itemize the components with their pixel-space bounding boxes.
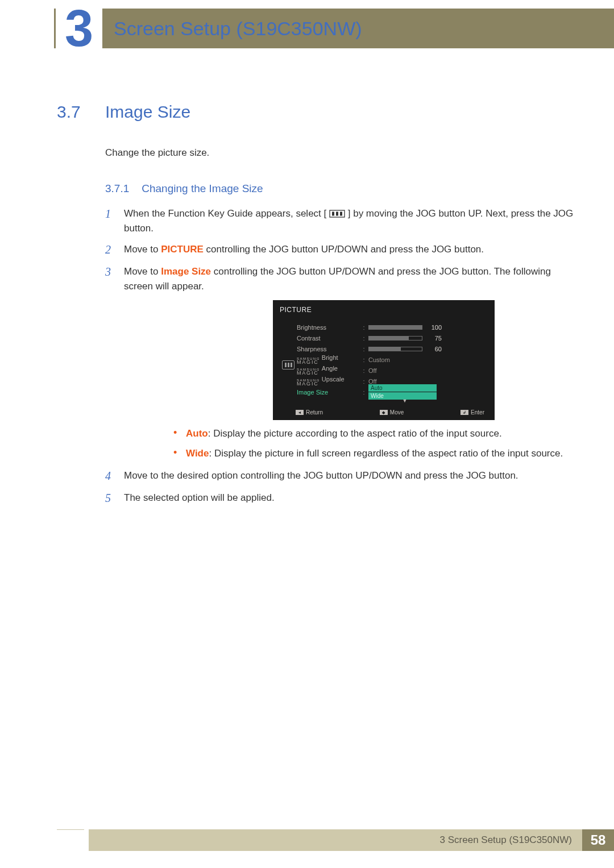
bullet-label-auto: Auto xyxy=(186,428,208,439)
menu-icon xyxy=(329,210,345,218)
svg-rect-1 xyxy=(332,212,334,216)
step-text: The selected option will be applied. xyxy=(124,491,574,505)
slider-brightness xyxy=(368,325,422,330)
bullet-wide: • Wide: Display the picture in full scre… xyxy=(173,447,574,461)
highlight-picture: PICTURE xyxy=(161,244,204,255)
section-heading: 3.7 Image Size xyxy=(57,102,574,122)
osd-footer: ◄Return ◆Move ↲Enter xyxy=(273,406,495,420)
osd-enter: ↲Enter xyxy=(460,409,484,416)
osd-return: ◄Return xyxy=(296,409,323,416)
osd-row-sharpness: Sharpness : 60 xyxy=(297,343,484,354)
step-text: Move to the desired option controlling t… xyxy=(124,468,574,483)
footer-label: 3 Screen Setup (S19C350NW) xyxy=(89,829,582,851)
osd-panel: PICTURE Brightness : 100 Contrast xyxy=(273,300,495,420)
step-number: 4 xyxy=(105,468,114,484)
step-text: Move to Image Size controlling the JOG b… xyxy=(124,264,574,293)
step-3: 3 Move to Image Size controlling the JOG… xyxy=(105,264,574,293)
subsection-number: 3.7.1 xyxy=(105,182,129,195)
slider-sharpness xyxy=(368,347,422,351)
bullet-auto: • Auto: Display the picture according to… xyxy=(173,427,574,441)
step-number: 1 xyxy=(105,206,114,222)
step-2: 2 Move to PICTURE controlling the JOG bu… xyxy=(105,242,574,258)
enter-icon: ↲ xyxy=(460,410,468,415)
return-icon: ◄ xyxy=(296,410,304,415)
step-number: 5 xyxy=(105,491,114,506)
page-number: 58 xyxy=(582,829,614,851)
page-footer: 3 Screen Setup (S19C350NW) 58 xyxy=(57,829,614,851)
chapter-number: 3 xyxy=(65,3,93,54)
samsung-magic-label: SAMSUNG MAGIC xyxy=(297,379,320,387)
bullet-icon: • xyxy=(173,447,177,459)
step-number: 3 xyxy=(105,264,114,280)
step-5: 5 The selected option will be applied. xyxy=(105,491,574,506)
step-text: Move to PICTURE controlling the JOG butt… xyxy=(124,242,574,257)
step-4: 4 Move to the desired option controlling… xyxy=(105,468,574,484)
highlight-image-size: Image Size xyxy=(161,266,211,277)
scroll-down-icon: ▼ xyxy=(325,398,484,404)
svg-rect-3 xyxy=(340,212,342,216)
subsection-title: Changing the Image Size xyxy=(142,182,263,195)
step-number: 2 xyxy=(105,242,114,258)
section-number: 3.7 xyxy=(57,102,88,122)
svg-rect-2 xyxy=(336,212,338,216)
osd-row-magic-bright: SAMSUNG MAGIC Bright : Custom xyxy=(297,354,484,365)
osd-row-image-size: Image Size : Auto Wide xyxy=(297,387,484,397)
chapter-title: Screen Setup (S19C350NW) xyxy=(114,18,362,40)
bullet-label-wide: Wide xyxy=(186,448,209,459)
step-text: When the Function Key Guide appears, sel… xyxy=(124,206,574,235)
chapter-badge: 3 xyxy=(56,0,102,57)
subsection-heading: 3.7.1 Changing the Image Size xyxy=(105,182,574,195)
header-bar: Screen Setup (S19C350NW) xyxy=(54,9,614,48)
osd-move: ◆Move xyxy=(380,409,404,416)
bullet-icon: • xyxy=(173,427,177,439)
slider-contrast xyxy=(368,336,422,340)
section-intro: Change the picture size. xyxy=(105,147,574,159)
samsung-magic-label: SAMSUNG MAGIC xyxy=(297,358,320,365)
osd-row-magic-angle: SAMSUNG MAGIC Angle : Off xyxy=(297,365,484,376)
step-1: 1 When the Function Key Guide appears, s… xyxy=(105,206,574,235)
osd-row-brightness: Brightness : 100 xyxy=(297,322,484,333)
samsung-magic-label: SAMSUNG MAGIC xyxy=(297,368,320,376)
section-title: Image Size xyxy=(105,102,190,122)
move-icon: ◆ xyxy=(380,410,388,415)
osd-row-contrast: Contrast : 75 xyxy=(297,333,484,343)
picture-icon xyxy=(282,360,294,369)
osd-title: PICTURE xyxy=(273,304,495,317)
